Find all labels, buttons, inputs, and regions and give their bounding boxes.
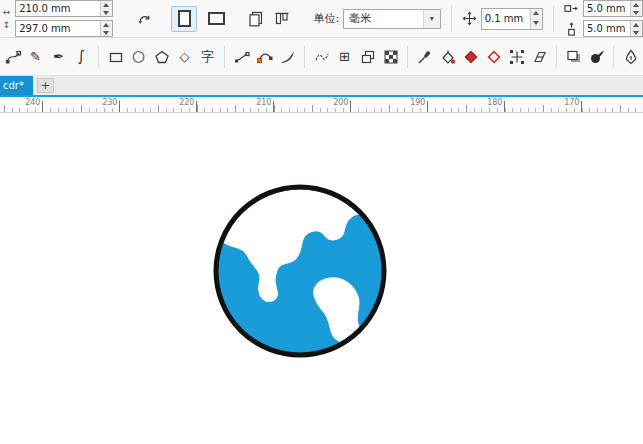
page-height-value[interactable]: 297.0 mm (16, 21, 100, 36)
drawing-canvas[interactable] (0, 113, 643, 444)
bspline-tool-icon[interactable] (313, 48, 330, 65)
property-bar: ↔ ↕ 210.0 mm 297.0 mm (0, 0, 643, 38)
page-height-input[interactable]: 297.0 mm (15, 20, 113, 37)
document-tab-label: cdr* (3, 80, 24, 91)
polygon-tool-icon[interactable] (153, 48, 170, 65)
page-height-spinner[interactable] (100, 21, 112, 36)
portrait-icon (178, 10, 191, 27)
page-size-inputs: 210.0 mm 297.0 mm (15, 0, 113, 37)
duplicate-x-value[interactable]: 5.0 mm (584, 1, 630, 16)
dropdown-arrow-icon[interactable]: ▾ (423, 10, 440, 28)
separator (451, 6, 452, 32)
duplicate-x-icon (564, 1, 580, 17)
nudge-offset-spinner[interactable] (530, 9, 542, 29)
coreldraw-window: ↔ ↕ 210.0 mm 297.0 mm (0, 0, 643, 444)
page-dimension-icons: ↔ ↕ (2, 8, 11, 30)
orientation-buttons (171, 6, 229, 32)
calligraphy-pen-tool-icon[interactable] (622, 48, 639, 65)
ruler-label: 190 (410, 98, 425, 107)
duplicate-y-input[interactable]: 5.0 mm (583, 20, 643, 37)
page-height-icon: ↕ (2, 21, 11, 30)
separator (407, 46, 408, 68)
smudge-tool-icon[interactable] (588, 48, 605, 65)
document-tab-bar: cdr* + (0, 76, 643, 95)
units-dropdown[interactable]: 毫米 ▾ (343, 9, 440, 29)
artistic-media-tool-icon[interactable] (279, 48, 296, 65)
separator (98, 46, 99, 68)
units-label: 单位: (314, 11, 340, 26)
page-width-value[interactable]: 210.0 mm (16, 1, 100, 16)
fill-tool-icon[interactable] (462, 48, 479, 65)
interactive-fill-tool-icon[interactable] (485, 48, 502, 65)
shape-edit-tool-icon[interactable] (4, 48, 21, 65)
ruler-label: 170 (564, 98, 579, 107)
all-pages-button[interactable] (245, 6, 267, 32)
ruler-label: 180 (487, 98, 502, 107)
bezier-tool-icon[interactable] (256, 48, 273, 65)
drop-shadow-tool-icon[interactable] (565, 48, 582, 65)
ellipse-tool-icon[interactable]: ○ (130, 48, 147, 65)
table-tool-icon[interactable]: ⊞ (336, 48, 353, 65)
duplicate-distance-group: 5.0 mm 5.0 mm (564, 0, 643, 37)
nudge-offset-icon (462, 11, 477, 27)
duplicate-y-spinner[interactable] (630, 21, 642, 36)
separator (613, 46, 614, 68)
nudge-offset-input[interactable]: 0.1 mm (481, 8, 543, 30)
new-document-tab-button[interactable]: + (37, 78, 54, 93)
duplicate-y-value[interactable]: 5.0 mm (584, 21, 630, 36)
swap-orientation-icon (137, 11, 152, 26)
separator (224, 46, 225, 68)
current-page-layout-icon (274, 11, 290, 27)
page-width-input[interactable]: 210.0 mm (15, 0, 113, 17)
contour-tool-icon[interactable] (359, 48, 376, 65)
page-width-icon: ↔ (2, 8, 11, 17)
ruler-label: 220 (179, 98, 194, 107)
eyedropper-tool-icon[interactable] (416, 48, 433, 65)
duplicate-x-spinner[interactable] (630, 1, 642, 16)
freehand-tool-icon[interactable]: ✎ (27, 48, 44, 65)
eraser-tool-icon[interactable] (531, 48, 548, 65)
document-tab[interactable]: cdr* (0, 76, 33, 95)
transparency-tool-icon[interactable] (382, 48, 399, 65)
all-pages-icon (248, 11, 264, 27)
toolbox-bar: ✎ ✒ ∫ ○ ◇ 字 (0, 38, 643, 76)
nudge-offset-value[interactable]: 0.1 mm (482, 9, 530, 29)
separator (304, 46, 305, 68)
current-page-button[interactable] (271, 6, 293, 32)
page-width-spinner[interactable] (100, 1, 112, 16)
ruler-label: 210 (256, 98, 271, 107)
landscape-button[interactable] (203, 6, 229, 32)
smart-drawing-tool-icon[interactable]: ∫ (73, 48, 90, 65)
swap-orientation-button[interactable] (133, 6, 155, 32)
text-tool-icon[interactable]: 字 (199, 48, 216, 65)
portrait-button[interactable] (171, 6, 197, 32)
brush-tool-icon[interactable]: ✒ (50, 48, 67, 65)
smart-fill-tool-icon[interactable] (439, 48, 456, 65)
separator (553, 6, 554, 32)
basic-shapes-tool-icon[interactable]: ◇ (176, 48, 193, 65)
horizontal-ruler[interactable]: 240 230 220 210 200 190 180 170 (0, 97, 643, 113)
globe-drawing[interactable] (0, 113, 643, 444)
landscape-icon (208, 12, 225, 25)
units-value: 毫米 (344, 11, 422, 26)
rectangle-tool-icon[interactable] (107, 48, 124, 65)
duplicate-y-icon (564, 21, 580, 37)
ruler-label: 200 (333, 98, 348, 107)
line-tool-icon[interactable] (233, 48, 250, 65)
separator (556, 46, 557, 68)
ruler-label: 240 (25, 98, 40, 107)
ruler-label: 230 (102, 98, 117, 107)
duplicate-x-input[interactable]: 5.0 mm (583, 0, 643, 17)
transform-tool-icon[interactable] (508, 48, 525, 65)
